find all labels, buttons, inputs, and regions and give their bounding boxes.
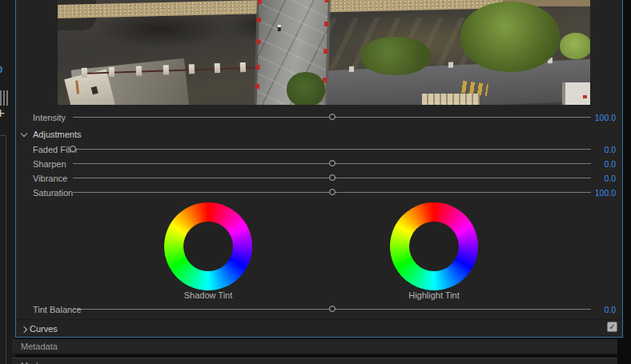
section-divider [16,319,623,320]
clipped-value-text: 0 [0,65,2,74]
chevron-down-icon [21,130,27,137]
premiere-workspace: 0 + [0,0,631,364]
shadow-tint-label: Shadow Tint [164,290,252,300]
tree [287,72,325,105]
adjustments-section-header[interactable]: Adjustments [16,129,623,142]
left-panel-edge: 0 + [0,0,15,364]
motorbike [278,25,281,31]
vibrance-slider[interactable] [73,178,591,178]
intensity-label: Intensity [33,113,66,122]
curves-label: Curves [30,324,58,334]
vibrance-slider-knob[interactable] [329,174,336,181]
slider-row-saturation: Saturation 100.0 [16,187,623,198]
lumetri-color-panel: Intensity 100.0 Adjustments Faded Film 0… [15,0,623,338]
audio-meter-icon [0,90,9,106]
slider-row-intensity: Intensity 100.0 [16,112,623,123]
faded-film-slider[interactable] [73,149,591,150]
metadata-panel-header[interactable]: Metadata [12,339,617,354]
faded-film-value[interactable]: 0.0 [581,145,616,154]
metadata-label: Metadata [21,342,58,351]
panel-edge-line [6,135,6,364]
white-building [562,82,590,105]
vibrance-value[interactable]: 0.0 [581,174,616,183]
sharpen-label: Sharpen [33,159,66,169]
vibrance-label: Vibrance [33,174,67,183]
chevron-right-icon [21,326,27,333]
tree [360,37,431,75]
sharpen-slider[interactable] [73,163,591,164]
saturation-slider-knob[interactable] [329,189,336,195]
slider-row-faded-film: Faded Film 0.0 [16,144,623,155]
sharpen-slider-knob[interactable] [329,160,336,166]
ornamental-posts [82,60,271,84]
highlight-tint-wheel[interactable] [390,202,478,290]
faded-film-slider-knob[interactable] [70,146,76,152]
markers-panel-header[interactable]: Markers [12,358,617,364]
tint-balance-label: Tint Balance [33,305,82,314]
video-preview[interactable] [58,0,590,105]
plus-icon[interactable]: + [0,105,5,122]
adjustments-label: Adjustments [33,130,82,139]
saturation-label: Saturation [33,188,73,198]
tint-balance-slider-knob[interactable] [329,306,336,312]
slider-row-vibrance: Vibrance 0.0 [16,173,623,184]
markers-label: Markers [21,361,53,364]
saturation-slider[interactable] [73,192,591,193]
tint-balance-value[interactable]: 0.0 [581,305,616,314]
saturation-value[interactable]: 100.0 [581,188,616,198]
highlight-tint-label: Highlight Tint [390,290,478,300]
tree [560,33,590,59]
slider-row-sharpen: Sharpen 0.0 [16,158,623,170]
slider-row-tint-balance: Tint Balance 0.0 [16,304,623,315]
tint-balance-slider[interactable] [73,309,591,310]
shadow-tint-wheel[interactable] [164,202,252,290]
intensity-slider[interactable] [73,117,591,118]
stone-balustrade [422,94,480,105]
sharpen-value[interactable]: 0.0 [581,159,616,169]
intensity-value[interactable]: 100.0 [581,113,616,122]
curves-section-header[interactable]: Curves ✓ [16,323,623,336]
tree [460,2,560,72]
intensity-slider-knob[interactable] [329,114,336,120]
curves-enabled-checkbox[interactable]: ✓ [607,322,617,332]
